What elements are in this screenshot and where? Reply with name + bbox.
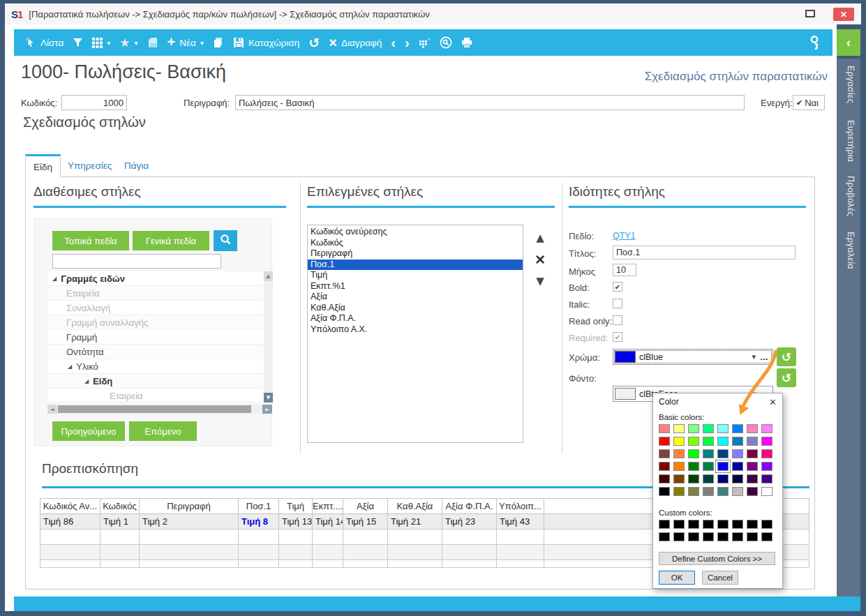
column-header[interactable]: Τιμή xyxy=(279,499,313,514)
code-input[interactable] xyxy=(61,95,127,110)
color-swatch[interactable] xyxy=(761,462,772,471)
sidebar-item-tasks[interactable]: Εργασίες xyxy=(846,66,856,103)
color-combo[interactable]: clBlue ▾ … xyxy=(613,349,773,365)
tree-item[interactable]: ◢Υλικό xyxy=(47,359,264,374)
list-item[interactable]: Αξία xyxy=(308,292,523,303)
color-swatch[interactable] xyxy=(659,474,670,483)
new-button[interactable]: + Νέα ▾ xyxy=(167,36,204,49)
move-down-button[interactable]: ▼ xyxy=(532,273,548,289)
tree-item[interactable]: Εταιρεία xyxy=(47,286,264,301)
tree-vertical-scrollbar[interactable]: ▲ ▼ xyxy=(264,271,273,403)
previous-record-button[interactable]: ‹ xyxy=(391,36,396,50)
color-swatch[interactable] xyxy=(717,462,729,471)
field-link[interactable]: QTY1 xyxy=(613,231,636,241)
favorites-button[interactable]: ★ ▾ xyxy=(119,36,137,50)
filter-button[interactable] xyxy=(73,38,83,47)
list-button[interactable]: Λίστα xyxy=(25,37,64,48)
remove-column-button[interactable]: × xyxy=(532,252,548,267)
color-swatch[interactable] xyxy=(732,424,743,433)
color-swatch[interactable] xyxy=(761,520,772,529)
open-form-button[interactable] xyxy=(147,37,158,48)
color-swatch[interactable] xyxy=(688,424,699,433)
column-header[interactable]: Υπόλοιπ... xyxy=(497,499,544,514)
chevron-down-icon[interactable]: ▾ xyxy=(107,39,110,47)
required-checkbox[interactable]: ✔ xyxy=(613,332,622,342)
ok-button[interactable]: OK xyxy=(659,571,695,585)
sidebar-item-tools[interactable]: Εργαλεία xyxy=(846,232,856,269)
color-swatch[interactable] xyxy=(761,424,772,433)
color-swatch[interactable] xyxy=(703,474,714,483)
tree-item[interactable]: Γραμμή συναλλαγής xyxy=(47,315,264,330)
color-swatch[interactable] xyxy=(673,532,685,541)
expand-icon[interactable]: ◢ xyxy=(52,276,57,282)
column-header[interactable]: Εκπτ.... xyxy=(313,499,343,514)
color-swatch[interactable] xyxy=(747,520,758,529)
color-swatch[interactable] xyxy=(747,487,758,496)
close-button[interactable]: ✕ xyxy=(833,8,854,21)
tree-horizontal-scrollbar[interactable]: ◄ ► xyxy=(47,405,272,414)
title-input[interactable] xyxy=(613,246,796,260)
expand-icon[interactable]: ◢ xyxy=(68,363,72,370)
column-header[interactable]: Ποσ.1 xyxy=(239,499,279,514)
print-button[interactable] xyxy=(461,37,472,48)
color-swatch[interactable] xyxy=(732,532,743,541)
chevron-down-icon[interactable]: ▾ xyxy=(200,39,204,47)
color-swatch[interactable] xyxy=(703,462,714,471)
list-item[interactable]: Κωδικός ανεύρεσης xyxy=(308,227,523,238)
color-swatch[interactable] xyxy=(703,487,714,496)
color-swatch[interactable] xyxy=(732,487,743,496)
color-swatch[interactable] xyxy=(673,474,685,483)
list-item[interactable]: Αξία Φ.Π.Α. xyxy=(308,313,523,324)
ellipsis-button[interactable]: … xyxy=(760,352,769,362)
color-swatch[interactable] xyxy=(659,532,670,541)
color-swatch[interactable] xyxy=(761,449,772,458)
color-swatch[interactable] xyxy=(761,487,772,496)
chevron-down-icon[interactable]: ▾ xyxy=(752,352,756,361)
general-fields-button[interactable]: Γενικά πεδία xyxy=(133,231,209,250)
column-header[interactable]: Κωδικός xyxy=(100,499,140,514)
browser-layout-button[interactable] xyxy=(419,38,431,48)
scroll-right-icon[interactable]: ► xyxy=(262,405,272,414)
color-swatch[interactable] xyxy=(703,520,714,529)
column-header[interactable]: Κωδικός Αν... xyxy=(40,499,100,514)
color-swatch[interactable] xyxy=(673,449,685,458)
color-swatch[interactable] xyxy=(659,449,670,458)
italic-checkbox[interactable] xyxy=(613,299,622,308)
color-swatch[interactable] xyxy=(673,487,685,496)
tab-assets[interactable]: Πάγια xyxy=(124,160,149,171)
column-header[interactable]: Αξία xyxy=(343,499,388,514)
color-swatch[interactable] xyxy=(732,520,743,529)
color-swatch[interactable] xyxy=(761,532,772,541)
tree-item[interactable]: ◢Γραμμές ειδών xyxy=(47,271,264,286)
list-item[interactable]: Υπόλοιπο Α.Χ. xyxy=(308,324,523,336)
tree-item[interactable]: Γραμμή xyxy=(47,330,264,345)
color-swatch[interactable] xyxy=(717,474,729,483)
scroll-up-icon[interactable]: ▲ xyxy=(264,271,273,281)
maximize-button[interactable] xyxy=(805,10,815,17)
color-swatch[interactable] xyxy=(659,487,670,496)
color-swatch[interactable] xyxy=(717,487,729,496)
panel-toggle-button[interactable]: ‹ xyxy=(837,29,860,56)
active-checkbox[interactable]: ✔ Ναι xyxy=(793,95,825,110)
color-swatch[interactable] xyxy=(659,462,670,471)
color-swatch[interactable] xyxy=(688,487,699,496)
color-reset-button[interactable]: ↺ xyxy=(777,347,796,366)
color-swatch[interactable] xyxy=(688,462,699,471)
dialog-title-bar[interactable]: Color ✕ xyxy=(653,393,782,410)
description-input[interactable] xyxy=(235,95,745,110)
next-record-button[interactable]: › xyxy=(405,36,410,50)
list-item[interactable]: Κωδικός xyxy=(308,238,523,249)
color-swatch[interactable] xyxy=(659,520,670,529)
color-swatch[interactable] xyxy=(717,520,729,529)
color-swatch[interactable] xyxy=(747,462,758,471)
color-swatch[interactable] xyxy=(761,437,772,446)
color-swatch[interactable] xyxy=(688,437,699,446)
scroll-down-icon[interactable]: ▼ xyxy=(264,393,273,403)
scrollbar-thumb[interactable] xyxy=(58,405,251,413)
background-reset-button[interactable]: ↺ xyxy=(777,368,796,387)
color-swatch[interactable] xyxy=(732,474,743,483)
column-header[interactable]: Αξία Φ.Π.Α. xyxy=(442,499,497,514)
color-swatch[interactable] xyxy=(703,424,714,433)
column-header[interactable]: Περιγραφή xyxy=(140,499,239,514)
tree-item[interactable]: Συναλλαγή xyxy=(47,301,264,315)
